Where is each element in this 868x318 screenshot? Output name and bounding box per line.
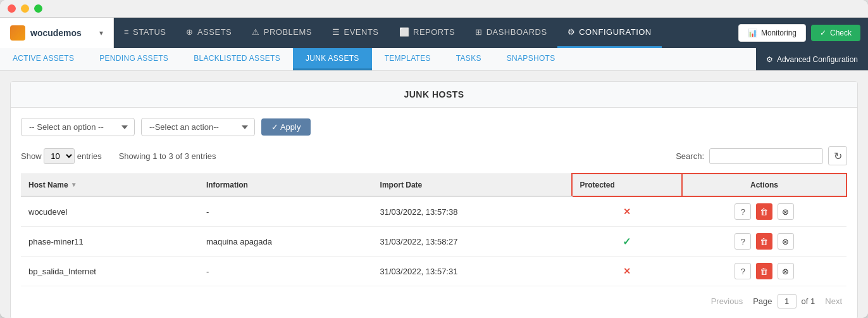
subtab-label: JUNK ASSETS <box>306 54 359 63</box>
nav-item-label: CONFIGURATION <box>579 27 652 37</box>
cell-actions: ? 🗑 ⊗ <box>682 227 846 257</box>
cell-actions: ? 🗑 ⊗ <box>682 196 846 227</box>
advanced-config-label: Advanced Configuration <box>777 55 858 64</box>
brand[interactable]: wocudemos ▾ <box>0 18 114 48</box>
nav-item-dashboards[interactable]: ⊞ DASHBOARDS <box>465 18 557 48</box>
nav-item-assets[interactable]: ⊕ ASSETS <box>176 18 242 48</box>
table-body: wocudevel - 31/03/2022, 13:57:38 ✕ ? 🗑 ⊗ <box>21 196 846 286</box>
show-search-row: Show 10 25 50 entries Showing 1 to 3 of … <box>21 146 847 165</box>
nav-item-events[interactable]: ☰ EVENTS <box>322 18 389 48</box>
maximize-button[interactable] <box>34 4 42 13</box>
nav-item-problems[interactable]: ⚠ PROBLEMS <box>242 18 322 48</box>
cell-hostname: phase-miner11 <box>21 227 199 257</box>
check-icon: ✓ <box>820 29 826 37</box>
subtab-active-assets[interactable]: ACTIVE ASSETS <box>0 48 87 70</box>
check-mark-icon: ✓ <box>623 236 631 247</box>
check-label: Check <box>830 29 852 37</box>
table-header-row: Host Name ▼ Information Import Date Prot… <box>21 174 846 196</box>
refresh-icon: ↻ <box>834 150 842 162</box>
subtab-bar: ACTIVE ASSETS PENDING ASSETS BLACKLISTED… <box>0 48 868 71</box>
pagination-row: Previous Page 1 of 1 Next <box>21 294 847 308</box>
app-window: wocudemos ▾ ≡ STATUS ⊕ ASSETS ⚠ PROBLEMS… <box>0 0 868 318</box>
brand-logo <box>10 25 25 41</box>
cell-import-date: 31/03/2022, 13:57:31 <box>373 257 572 286</box>
subtab-tasks[interactable]: TASKS <box>443 48 494 70</box>
nav-item-reports[interactable]: ⬜ REPORTS <box>389 18 466 48</box>
subtab-templates[interactable]: TEMPLATES <box>372 48 443 70</box>
reports-icon: ⬜ <box>399 27 410 37</box>
assets-icon: ⊕ <box>186 27 194 37</box>
brand-chevron-icon: ▾ <box>99 29 103 37</box>
cell-protected: ✕ <box>572 196 682 227</box>
events-icon: ☰ <box>332 27 340 37</box>
select-action-dropdown[interactable]: --Select an action-- <box>141 118 255 136</box>
showing-text: Showing 1 to 3 of 3 entries <box>119 151 216 161</box>
nav-right: 📊 Monitoring ✓ Check <box>731 18 868 48</box>
cell-actions: ? 🗑 ⊗ <box>682 257 846 286</box>
nav-item-configuration[interactable]: ⚙ CONFIGURATION <box>557 18 662 48</box>
advanced-config-icon: ⚙ <box>766 55 773 64</box>
cell-information: - <box>199 196 373 227</box>
minimize-button[interactable] <box>21 4 29 13</box>
subtab-snapshots[interactable]: SNAPSHOTS <box>494 48 568 70</box>
info-button[interactable]: ? <box>735 233 751 250</box>
cross-icon: ✕ <box>623 207 631 217</box>
nav-item-label: REPORTS <box>413 27 455 37</box>
monitoring-label: Monitoring <box>761 29 797 37</box>
top-navbar: wocudemos ▾ ≡ STATUS ⊕ ASSETS ⚠ PROBLEMS… <box>0 18 868 48</box>
subtab-pending-assets[interactable]: PENDING ASSETS <box>87 48 181 70</box>
apply-button[interactable]: ✓ Apply <box>261 118 311 136</box>
th-hostname: Host Name ▼ <box>21 174 199 196</box>
check-button[interactable]: ✓ Check <box>811 25 860 41</box>
search-input[interactable] <box>709 148 823 164</box>
subtab-label: TEMPLATES <box>385 54 431 63</box>
card-header: JUNK HOSTS <box>11 82 857 108</box>
cell-information: - <box>199 257 373 286</box>
search-label: Search: <box>676 151 704 161</box>
close-button[interactable] <box>8 4 16 13</box>
problems-icon: ⚠ <box>252 27 260 37</box>
next-button[interactable]: Next <box>820 294 847 308</box>
monitoring-button[interactable]: 📊 Monitoring <box>738 24 806 42</box>
th-protected: Protected <box>572 174 682 196</box>
table-row: phase-miner11 maquina apagada 31/03/2022… <box>21 227 846 257</box>
select-option-dropdown[interactable]: -- Select an option -- <box>21 118 135 136</box>
cell-import-date: 31/03/2022, 13:58:27 <box>373 227 572 257</box>
page-number: 1 <box>778 294 797 308</box>
cell-hostname: wocudevel <box>21 196 199 227</box>
brand-name: wocudemos <box>30 28 82 38</box>
show-entries-select[interactable]: 10 25 50 <box>44 148 75 164</box>
nav-items: ≡ STATUS ⊕ ASSETS ⚠ PROBLEMS ☰ EVENTS ⬜ … <box>114 18 731 48</box>
table-row: bp_salida_Internet - 31/03/2022, 13:57:3… <box>21 257 846 286</box>
junk-hosts-card: JUNK HOSTS -- Select an option -- --Sele… <box>10 81 858 318</box>
titlebar <box>0 0 868 18</box>
subtab-label: BLACKLISTED ASSETS <box>194 54 280 63</box>
info-button[interactable]: ? <box>735 203 751 220</box>
subtab-blacklisted-assets[interactable]: BLACKLISTED ASSETS <box>181 48 293 70</box>
info-button[interactable]: ? <box>735 263 751 279</box>
stop-button[interactable]: ⊗ <box>778 233 794 250</box>
cell-protected: ✓ <box>572 227 682 257</box>
page-label: Page <box>753 296 772 306</box>
monitoring-icon: 📊 <box>748 29 757 37</box>
delete-button[interactable]: 🗑 <box>756 203 772 220</box>
delete-button[interactable]: 🗑 <box>756 233 772 250</box>
entries-label: entries <box>77 151 102 161</box>
of-label: of 1 <box>802 296 815 306</box>
subtab-junk-assets[interactable]: JUNK ASSETS <box>293 48 372 70</box>
table-row: wocudevel - 31/03/2022, 13:57:38 ✕ ? 🗑 ⊗ <box>21 196 846 227</box>
refresh-button[interactable]: ↻ <box>828 146 847 165</box>
th-actions: Actions <box>682 174 846 196</box>
stop-button[interactable]: ⊗ <box>778 203 794 220</box>
subtab-advanced-config[interactable]: ⚙ Advanced Configuration <box>756 48 868 70</box>
nav-item-status[interactable]: ≡ STATUS <box>114 18 176 48</box>
previous-button[interactable]: Previous <box>706 294 748 308</box>
stop-button[interactable]: ⊗ <box>778 263 794 279</box>
cross-icon: ✕ <box>623 266 631 276</box>
delete-button[interactable]: 🗑 <box>756 263 772 279</box>
status-icon: ≡ <box>124 27 129 37</box>
subtab-label: PENDING ASSETS <box>99 54 168 63</box>
nav-item-label: STATUS <box>133 27 166 37</box>
junk-hosts-table: Host Name ▼ Information Import Date Prot… <box>21 173 847 286</box>
th-information: Information <box>199 174 373 196</box>
